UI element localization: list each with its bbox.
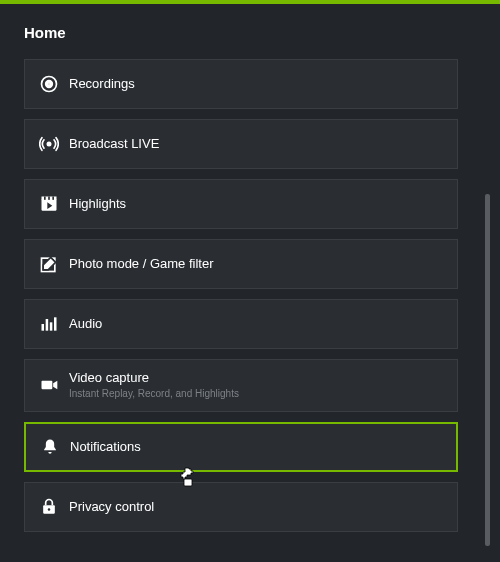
privacy-icon: [39, 497, 69, 517]
highlights-icon: [39, 194, 69, 214]
svg-point-18: [48, 508, 51, 511]
menu-item-labels: Video capture Instant Replay, Record, an…: [69, 370, 239, 401]
content-container: Home Recordings: [0, 4, 500, 532]
svg-rect-15: [42, 381, 53, 389]
broadcast-icon: [39, 134, 69, 154]
photo-mode-icon: [39, 254, 69, 274]
svg-rect-8: [52, 197, 54, 200]
svg-point-2: [48, 83, 51, 86]
menu-item-sublabel: Instant Replay, Record, and Highlights: [69, 388, 239, 401]
menu-item-labels: Photo mode / Game filter: [69, 256, 214, 272]
menu-item-labels: Broadcast LIVE: [69, 136, 159, 152]
menu-item-labels: Highlights: [69, 196, 126, 212]
menu-item-labels: Audio: [69, 316, 102, 332]
menu-item-label: Notifications: [70, 439, 141, 455]
svg-rect-14: [54, 317, 57, 330]
menu-item-recordings[interactable]: Recordings: [24, 59, 458, 109]
menu-item-label: Broadcast LIVE: [69, 136, 159, 152]
menu-item-audio[interactable]: Audio: [24, 299, 458, 349]
menu-item-label: Highlights: [69, 196, 126, 212]
svg-marker-16: [53, 381, 57, 389]
video-capture-icon: [39, 375, 69, 395]
menu-item-label: Photo mode / Game filter: [69, 256, 214, 272]
settings-menu: Recordings Broadcast LIVE: [24, 59, 476, 532]
menu-item-labels: Notifications: [70, 439, 141, 455]
menu-item-notifications[interactable]: Notifications: [24, 422, 458, 472]
svg-rect-11: [42, 324, 45, 331]
menu-item-photo-mode[interactable]: Photo mode / Game filter: [24, 239, 458, 289]
audio-icon: [39, 314, 69, 334]
menu-item-label: Privacy control: [69, 499, 154, 515]
menu-item-highlights[interactable]: Highlights: [24, 179, 458, 229]
svg-rect-13: [50, 322, 53, 330]
recordings-icon: [39, 74, 69, 94]
svg-rect-6: [44, 197, 46, 200]
menu-item-labels: Recordings: [69, 76, 135, 92]
page-title: Home: [24, 24, 476, 41]
menu-item-video-capture[interactable]: Video capture Instant Replay, Record, an…: [24, 359, 458, 412]
notifications-icon: [40, 437, 70, 457]
menu-item-label: Video capture: [69, 370, 239, 386]
menu-item-label: Audio: [69, 316, 102, 332]
svg-point-3: [47, 142, 52, 147]
scrollbar[interactable]: [485, 194, 490, 546]
menu-item-broadcast-live[interactable]: Broadcast LIVE: [24, 119, 458, 169]
menu-item-labels: Privacy control: [69, 499, 154, 515]
svg-rect-7: [48, 197, 50, 200]
svg-rect-12: [46, 319, 49, 331]
menu-item-label: Recordings: [69, 76, 135, 92]
menu-item-privacy[interactable]: Privacy control: [24, 482, 458, 532]
